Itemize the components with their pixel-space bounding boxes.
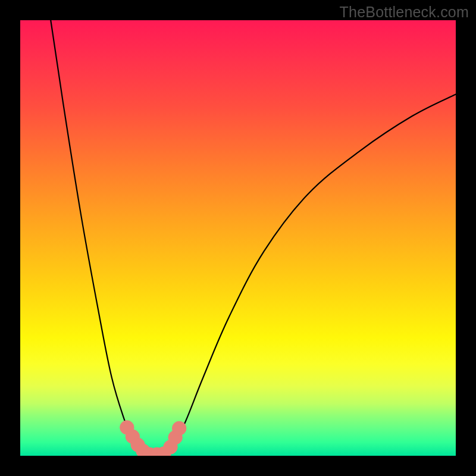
curve-markers xyxy=(120,421,186,456)
curve-segment xyxy=(51,20,149,456)
curve-paths xyxy=(51,20,456,456)
plot-area xyxy=(20,20,456,456)
curve-segment xyxy=(164,94,456,456)
chart-frame: TheBottleneck.com xyxy=(0,0,476,476)
watermark-text: TheBottleneck.com xyxy=(340,4,469,21)
data-marker xyxy=(172,421,186,435)
bottleneck-curve xyxy=(20,20,456,456)
